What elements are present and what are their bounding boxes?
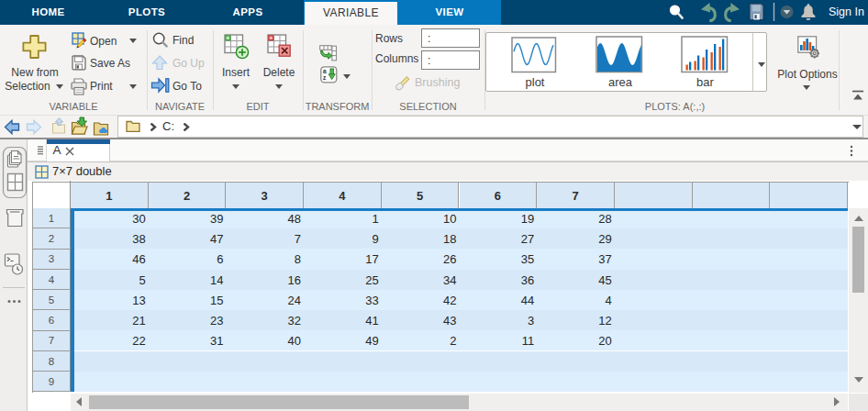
svg-text:a: a [323,68,327,74]
